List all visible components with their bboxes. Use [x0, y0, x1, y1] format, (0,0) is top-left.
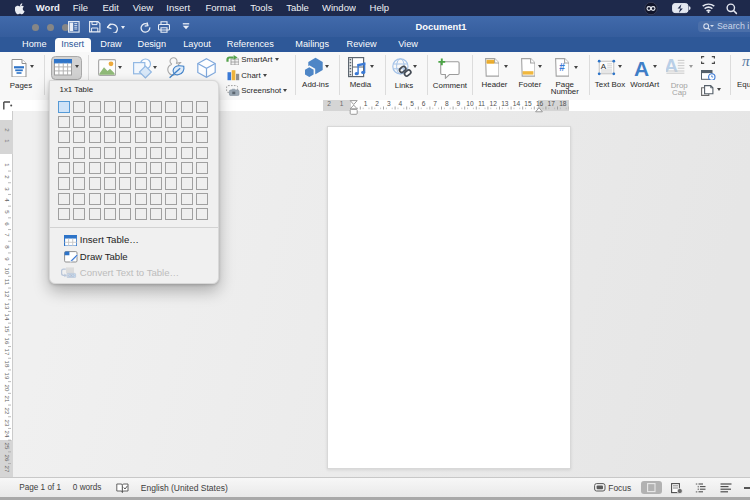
svg-text:A: A: [600, 61, 606, 70]
svg-text:OO: OO: [68, 273, 74, 278]
svg-text:A: A: [634, 58, 649, 77]
svg-text:π: π: [742, 55, 750, 68]
svg-text:#: #: [559, 62, 565, 73]
